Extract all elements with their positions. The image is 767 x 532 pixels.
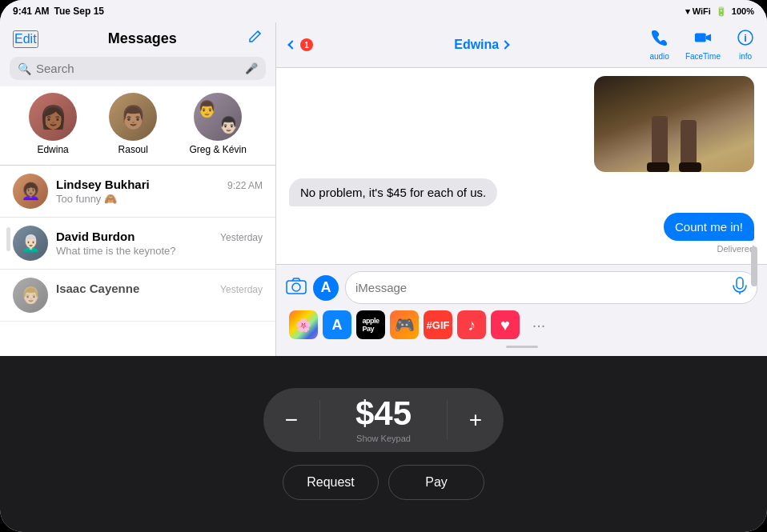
message-header-lindsey: Lindsey Bukhari 9:22 AM	[56, 178, 263, 191]
avatar-greg-kevin: 👨 👨🏻	[194, 93, 242, 141]
minus-button[interactable]: −	[263, 388, 319, 452]
message-content-david: David Burdon Yesterday What time is the …	[56, 230, 263, 257]
message-preview-david: What time is the keynote?	[56, 245, 263, 257]
games-icon[interactable]: 🎮	[390, 310, 419, 339]
chat-actions: audio FaceTime	[649, 29, 754, 61]
status-bar-left: 9:41 AM Tue Sep 15	[13, 6, 104, 17]
message-content-isaac: Isaac Cayenne Yesterday	[56, 282, 263, 309]
search-bar[interactable]: 🔍 🎤	[10, 57, 266, 80]
status-date: Tue Sep 15	[54, 6, 104, 17]
edit-button[interactable]: Edit	[13, 30, 38, 48]
chat-panel: 1 Edwina audio	[276, 22, 767, 356]
compose-button[interactable]	[247, 29, 263, 49]
battery-percent: 100%	[732, 6, 754, 16]
audio-label: audio	[649, 52, 669, 61]
show-keypad-button[interactable]: Show Keypad	[356, 434, 411, 443]
message-bubble-right: Count me in!	[664, 213, 754, 241]
pinned-contact-edwina[interactable]: 👩🏾 Edwina	[29, 93, 77, 155]
scroll-indicator	[506, 346, 538, 348]
message-bubble-left: No problem, it's $45 for each of us.	[289, 178, 497, 206]
appstore-app-icon[interactable]: A	[323, 310, 351, 339]
audio-call-button[interactable]: audio	[649, 29, 669, 61]
battery-icon: 🔋	[716, 6, 727, 17]
conversation-item-david[interactable]: 👨🏻‍🦳 David Burdon Yesterday What time is…	[0, 218, 275, 270]
side-button	[6, 227, 10, 251]
photo-message	[594, 76, 754, 172]
pinned-contact-name-edwina: Edwina	[37, 144, 68, 155]
facetime-label: FaceTime	[685, 52, 721, 61]
message-time-david: Yesterday	[220, 232, 263, 243]
status-time: 9:41 AM	[13, 6, 50, 17]
chat-input-bar: A	[276, 264, 767, 356]
message-preview-lindsey: Too funny 🙈	[56, 193, 263, 205]
sidebar-title: Messages	[108, 30, 177, 47]
pinned-contact-greg-kevin[interactable]: 👨 👨🏻 Greg & Kévin	[190, 93, 247, 155]
notification-badge: 1	[300, 38, 313, 51]
heart-icon[interactable]: ♥	[491, 310, 520, 339]
status-bar: 9:41 AM Tue Sep 15 ▾ WiFi 🔋 100%	[0, 0, 767, 22]
conversation-item-lindsey[interactable]: 👩🏽‍🦱 Lindsey Bukhari 9:22 AM Too funny 🙈	[0, 166, 275, 218]
info-icon: i	[737, 29, 754, 50]
music-icon[interactable]: ♪	[457, 310, 486, 339]
chat-contact-name[interactable]: Edwina	[454, 38, 508, 52]
home-indicator	[751, 246, 757, 286]
status-bar-right: ▾ WiFi 🔋 100%	[685, 6, 754, 17]
chat-header: 1 Edwina audio	[276, 22, 767, 68]
avatar-edwina: 👩🏾	[29, 93, 77, 141]
chevron-right-icon	[501, 40, 510, 49]
pay-actions: Request Pay	[283, 465, 484, 500]
message-time-lindsey: 9:22 AM	[227, 180, 263, 191]
avatar-isaac: 👨🏼	[13, 278, 48, 313]
message-header-david: David Burdon Yesterday	[56, 230, 263, 243]
facetime-button[interactable]: FaceTime	[685, 29, 721, 61]
message-preview-isaac	[56, 297, 263, 309]
audio-input-button[interactable]	[733, 277, 747, 298]
applepay-icon[interactable]: applePay	[356, 310, 385, 339]
avatar-lindsey: 👩🏽‍🦱	[13, 174, 48, 209]
message-time-isaac: Yesterday	[220, 284, 263, 295]
phone-icon	[651, 29, 669, 50]
search-input[interactable]	[36, 62, 240, 75]
facetime-icon	[694, 29, 712, 50]
amount-control: − $45 Show Keypad +	[263, 388, 504, 452]
more-apps-button[interactable]: ···	[524, 310, 553, 339]
photos-app-icon[interactable]: 🌸	[289, 310, 318, 339]
sidebar-header: Edit Messages	[0, 22, 275, 54]
info-button[interactable]: i info	[737, 29, 754, 61]
pinned-contact-name-rasoul: Rasoul	[118, 144, 148, 155]
app-store-button[interactable]: A	[313, 275, 339, 301]
message-input[interactable]	[355, 281, 733, 294]
app-store-icon: A	[321, 279, 331, 296]
message-input-wrapper	[345, 271, 757, 304]
pinned-contact-name-greg-kevin: Greg & Kévin	[190, 144, 247, 155]
pinned-contacts: 👩🏾 Edwina 👨🏽 Rasoul 👨 👨🏻 Greg & Kévi	[0, 86, 275, 166]
svg-rect-5	[737, 278, 743, 289]
app-icons-row: 🌸 A applePay 🎮 #GIF ♪	[286, 304, 757, 342]
conversation-item-isaac[interactable]: 👨🏼 Isaac Cayenne Yesterday	[0, 270, 275, 322]
contact-name-lindsey: Lindsey Bukhari	[56, 178, 150, 191]
photo-legs-detail	[642, 100, 706, 172]
search-icon: 🔍	[18, 62, 31, 75]
message-header-isaac: Isaac Cayenne Yesterday	[56, 282, 263, 295]
chat-messages: No problem, it's $45 for each of us. Cou…	[276, 68, 767, 264]
main-content: Edit Messages 🔍 🎤 👩🏾	[0, 22, 767, 356]
avatar-rasoul: 👨🏽	[109, 93, 157, 141]
amount-display: $45 Show Keypad	[320, 397, 447, 443]
wifi-icon: ▾ WiFi	[685, 6, 711, 17]
input-row: A	[286, 271, 757, 304]
camera-button[interactable]	[286, 277, 307, 299]
message-content-lindsey: Lindsey Bukhari 9:22 AM Too funny 🙈	[56, 178, 263, 205]
messages-sidebar: Edit Messages 🔍 🎤 👩🏾	[0, 22, 276, 356]
request-button[interactable]: Request	[283, 465, 379, 500]
gifs-icon[interactable]: #GIF	[424, 310, 452, 339]
ipad-frame: 9:41 AM Tue Sep 15 ▾ WiFi 🔋 100% Edit Me…	[0, 0, 767, 532]
pay-button[interactable]: Pay	[388, 465, 484, 500]
plus-button[interactable]: +	[448, 388, 504, 452]
svg-text:i: i	[744, 32, 747, 44]
apple-pay-panel: − $45 Show Keypad + Request Pay	[0, 356, 767, 532]
message-list: 👩🏽‍🦱 Lindsey Bukhari 9:22 AM Too funny 🙈…	[0, 166, 275, 356]
contact-name-isaac: Isaac Cayenne	[56, 282, 139, 295]
mic-icon[interactable]: 🎤	[245, 62, 258, 74]
pinned-contact-rasoul[interactable]: 👨🏽 Rasoul	[109, 93, 157, 155]
back-button[interactable]: 1	[289, 38, 313, 51]
